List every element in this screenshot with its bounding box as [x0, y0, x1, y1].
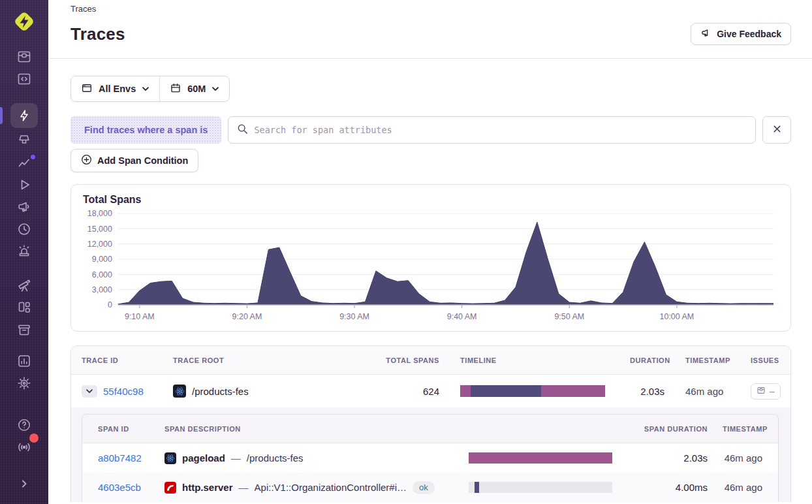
span-id-link[interactable]: 4603e5cb	[98, 482, 141, 493]
page-filter-bar: All Envs 60M	[70, 76, 230, 102]
span-description: /products-fes	[247, 452, 304, 464]
svg-text:9:40 AM: 9:40 AM	[447, 312, 477, 321]
span-op: http.server	[182, 482, 233, 493]
svg-text:10:00 AM: 10:00 AM	[660, 312, 695, 321]
span-id-link[interactable]: a80b7482	[98, 452, 142, 464]
dashboards-icon	[16, 300, 32, 315]
search-input[interactable]	[254, 125, 747, 135]
sentry-logo-icon[interactable]	[10, 8, 38, 35]
span-row: 4603e5cb http.server — Api::V1::Organiza…	[82, 473, 778, 502]
spans-table: SPAN ID SPAN DESCRIPTION SPAN DURATION T…	[82, 414, 779, 502]
chevron-down-icon	[142, 84, 149, 94]
svg-text:15,000: 15,000	[87, 225, 112, 234]
content-area: All Envs 60M Find traces where a span is	[48, 59, 812, 504]
trace-root-name: /products-fes	[192, 386, 249, 397]
col-span-description: SPAN DESCRIPTION	[154, 425, 461, 433]
trace-query-row: Find traces where a span is	[70, 116, 791, 144]
bar-chart-icon	[16, 353, 32, 369]
col-trace-id: TRACE ID	[71, 356, 163, 364]
help-icon	[16, 417, 32, 433]
chevron-down-icon	[211, 84, 219, 94]
sidebar-item-projects[interactable]	[11, 68, 37, 90]
total-spans-value: 624	[345, 386, 450, 397]
trace-id-link[interactable]: 55f40c98	[103, 386, 144, 397]
span-duration-bar	[469, 482, 612, 493]
span-row: a80b7482 pageload — /products-fes 2.03s …	[82, 443, 778, 473]
span-duration-bar	[469, 452, 612, 464]
time-range-filter[interactable]: 60M	[160, 76, 229, 101]
span-description: Api::V1::OrganizationController#i…	[255, 482, 407, 493]
col-span-id: SPAN ID	[82, 425, 154, 433]
search-icon	[237, 123, 248, 137]
col-timestamp: TIMESTAMP	[675, 356, 740, 364]
plus-circle-icon	[81, 154, 92, 167]
rails-platform-icon	[164, 482, 176, 494]
sidebar-item-profiling[interactable]	[11, 129, 37, 151]
react-platform-icon	[173, 385, 186, 398]
environment-filter[interactable]: All Envs	[71, 76, 159, 101]
code-folder-icon	[16, 71, 32, 87]
total-spans-chart-panel: Total Spans 03,0006,0009,00012,00015,000…	[70, 184, 791, 332]
window-icon	[81, 82, 93, 96]
main-content: Traces Traces Give Feedback All Envs	[48, 0, 812, 504]
issues-count-pill[interactable]: –	[751, 383, 781, 400]
whats-new-notification-dot	[29, 433, 39, 443]
sidebar-item-stats[interactable]	[11, 350, 37, 372]
archive-box-icon	[16, 322, 32, 338]
span-status-badge: ok	[413, 481, 435, 494]
sidebar-collapse-button[interactable]	[11, 473, 37, 495]
sidebar-item-discover[interactable]	[11, 274, 37, 296]
trace-timestamp: 46m ago	[685, 386, 723, 397]
close-icon	[772, 123, 783, 136]
sidebar-item-whats-new[interactable]	[11, 436, 37, 458]
col-duration: DURATION	[619, 356, 675, 364]
add-span-condition-button[interactable]: Add Span Condition	[70, 149, 198, 172]
telescope-icon	[16, 277, 32, 293]
svg-text:18,000: 18,000	[87, 209, 112, 218]
col-trace-root: TRACE ROOT	[163, 356, 345, 364]
give-feedback-button[interactable]: Give Feedback	[691, 23, 791, 45]
trace-timeline-bar	[460, 385, 605, 397]
trace-expand-toggle[interactable]	[82, 385, 97, 398]
svg-text:0: 0	[108, 300, 112, 309]
lightning-icon	[17, 108, 31, 123]
gear-icon	[16, 375, 32, 391]
sidebar-item-releases[interactable]	[11, 319, 37, 341]
trace-expanded-panel: SPAN ID SPAN DESCRIPTION SPAN DURATION T…	[70, 407, 791, 502]
col-total-spans: TOTAL SPANS	[345, 356, 450, 364]
query-where-label: Find traces where a span is	[70, 116, 221, 144]
sidebar-item-alerts[interactable]	[11, 240, 37, 262]
svg-text:12,000: 12,000	[87, 240, 112, 249]
sidebar-item-help[interactable]	[11, 414, 37, 436]
sidebar-item-issues[interactable]	[11, 46, 37, 68]
page-header: Traces Traces Give Feedback	[48, 0, 812, 59]
sidebar-item-replays[interactable]	[11, 174, 37, 196]
span-duration: 2.03s	[614, 452, 712, 464]
chevron-right-icon	[18, 478, 30, 490]
page-title: Traces	[70, 24, 125, 44]
clear-query-button[interactable]	[762, 116, 791, 144]
sidebar-item-traces[interactable]	[10, 103, 38, 128]
megaphone-icon	[16, 199, 32, 215]
calendar-icon	[170, 82, 181, 96]
total-spans-area-chart: 03,0006,0009,00012,00015,00018,0009:10 A…	[84, 206, 777, 327]
sidebar-item-insights[interactable]	[11, 151, 37, 174]
sidebar-item-history[interactable]	[11, 218, 37, 240]
col-span-duration: SPAN DURATION	[614, 425, 712, 433]
sidebar-item-feedback[interactable]	[11, 196, 37, 218]
clock-history-icon	[16, 221, 32, 237]
sidebar-item-dashboards[interactable]	[11, 296, 37, 319]
col-timeline: TIMELINE	[450, 356, 619, 364]
svg-text:9,000: 9,000	[92, 255, 112, 264]
issues-icon	[16, 49, 32, 65]
megaphone-icon	[700, 27, 711, 40]
sidebar-item-settings[interactable]	[11, 372, 37, 394]
span-duration: 4.00ms	[614, 482, 712, 493]
col-issues: ISSUES	[740, 356, 790, 364]
span-op: pageload	[182, 452, 225, 464]
breadcrumb[interactable]: Traces	[70, 3, 791, 14]
sidebar-nav	[0, 46, 48, 499]
trace-row: 55f40c98 /products-fes 624 2.03s 46m ago…	[71, 375, 790, 407]
sidebar	[0, 0, 48, 504]
svg-text:9:10 AM: 9:10 AM	[125, 312, 155, 321]
